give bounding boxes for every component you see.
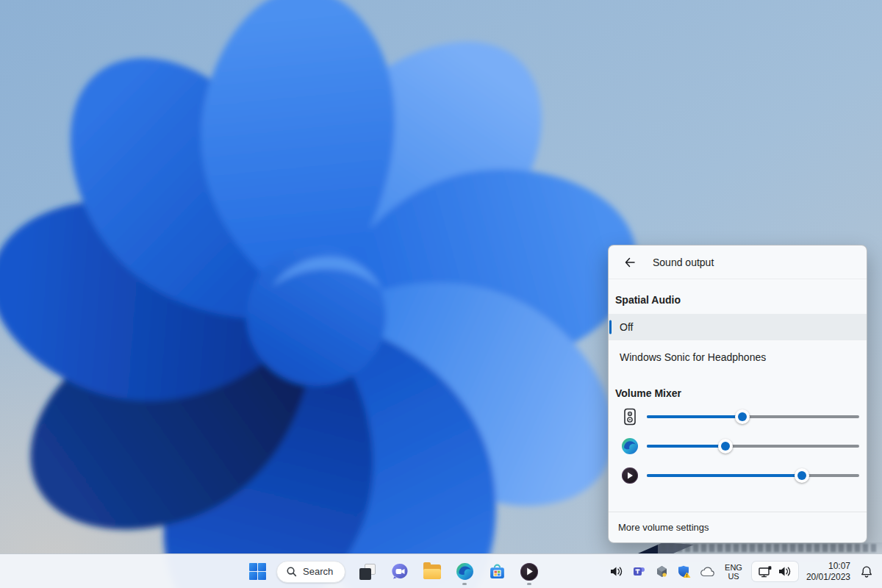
taskbar-app-file-explorer[interactable]: [417, 557, 447, 587]
volume-slider-system-sounds[interactable]: [647, 409, 859, 425]
running-indicator: [527, 583, 531, 585]
tray-security-cube-button[interactable]: [653, 559, 670, 584]
flyout-title: Sound output: [653, 257, 714, 268]
start-button[interactable]: [243, 557, 272, 587]
system-tray: ENG US: [608, 554, 875, 588]
speaker-box-icon: [621, 408, 639, 426]
more-volume-settings-link[interactable]: More volume settings: [609, 512, 867, 542]
tray-teams-button[interactable]: [631, 559, 647, 584]
back-button[interactable]: [619, 251, 641, 273]
option-label: Off: [620, 321, 633, 333]
running-indicator: [462, 583, 467, 585]
taskbar-app-edge[interactable]: [450, 557, 479, 587]
arrow-left-icon: [624, 257, 636, 268]
clock-time: 10:07: [806, 561, 850, 572]
language-line1: ENG: [725, 563, 742, 572]
bell-icon: [860, 565, 873, 578]
edge-icon: [456, 562, 474, 581]
slider-fill: [647, 474, 802, 477]
quick-settings-button[interactable]: [752, 562, 798, 581]
onedrive-cloud-icon: [700, 567, 714, 577]
folder-icon: [423, 564, 441, 579]
taskbar-app-store[interactable]: [482, 557, 512, 587]
taskbar-app-chat[interactable]: [385, 557, 415, 587]
slider-thumb[interactable]: [735, 409, 750, 424]
media-player-icon: [621, 467, 639, 484]
play-circle-icon: [520, 563, 538, 581]
chat-icon: [391, 562, 409, 581]
windows-logo-icon: [249, 563, 266, 580]
search-label: Search: [303, 566, 333, 577]
mixer-row-edge: [609, 431, 867, 461]
spatial-audio-option-off[interactable]: Off: [609, 314, 867, 340]
edge-icon: [621, 437, 639, 455]
language-indicator[interactable]: ENG US: [722, 559, 745, 584]
desktop: Sound output Spatial Audio Off Windows S…: [0, 0, 882, 588]
defender-shield-warning-icon: [678, 565, 692, 578]
mixer-row-system-sounds: [609, 402, 867, 431]
mixer-row-media-player: [609, 461, 867, 490]
option-label: Windows Sonic for Headphones: [620, 351, 766, 363]
sound-output-flyout: Sound output Spatial Audio Off Windows S…: [608, 245, 867, 543]
language-line2: US: [725, 572, 742, 581]
search-icon: [286, 566, 297, 577]
taskbar-app-media-player[interactable]: [514, 557, 544, 587]
clock-date: 20/01/2023: [806, 572, 850, 583]
security-cube-icon: [656, 565, 668, 578]
volume-mixer-heading: Volume Mixer: [615, 386, 867, 401]
spatial-audio-heading: Spatial Audio: [615, 293, 867, 307]
task-view-icon: [359, 563, 376, 581]
teams-icon: [633, 565, 645, 578]
search-box[interactable]: Search: [276, 561, 345, 583]
slider-fill: [647, 445, 725, 448]
watermark-strip: [658, 542, 882, 553]
selection-indicator: [609, 320, 612, 334]
slider-thumb[interactable]: [718, 439, 733, 453]
taskbar-center-group: Search: [243, 554, 544, 588]
tray-volume-button[interactable]: [608, 559, 624, 584]
notification-center-button[interactable]: [858, 559, 875, 584]
store-bag-icon: [488, 562, 506, 581]
flyout-header: Sound output: [609, 245, 867, 279]
taskbar-app-task-view[interactable]: [353, 557, 382, 587]
clock[interactable]: 10:07 20/01/2023: [805, 559, 852, 584]
slider-fill: [647, 415, 742, 418]
volume-icon: [778, 565, 792, 578]
network-monitor-icon: [759, 566, 772, 578]
taskbar: Search: [0, 553, 882, 588]
tray-onedrive-button[interactable]: [699, 559, 715, 584]
volume-slider-media-player[interactable]: [647, 467, 859, 484]
volume-slider-edge[interactable]: [647, 438, 859, 454]
tray-defender-button[interactable]: [676, 559, 692, 584]
spatial-audio-option-windows-sonic[interactable]: Windows Sonic for Headphones: [609, 343, 867, 371]
slider-thumb[interactable]: [795, 468, 809, 483]
volume-icon: [609, 565, 623, 578]
